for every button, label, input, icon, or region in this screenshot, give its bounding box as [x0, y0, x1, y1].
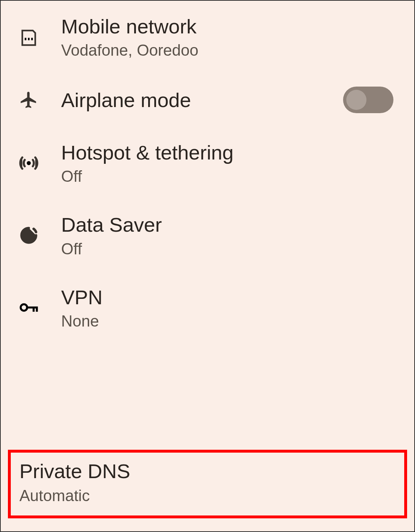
sim-card-icon	[18, 26, 40, 48]
network-settings-list: Mobile network Vodafone, Ooredoo Airplan…	[1, 1, 414, 344]
svg-rect-2	[31, 38, 33, 40]
hotspot-icon	[18, 152, 40, 174]
airplane-mode-toggle[interactable]	[343, 87, 393, 113]
hotspot-item[interactable]: Hotspot & tethering Off	[1, 127, 414, 199]
svg-rect-1	[28, 38, 30, 40]
hotspot-title: Hotspot & tethering	[61, 140, 397, 165]
data-saver-item[interactable]: Data Saver Off	[1, 199, 414, 271]
vpn-text: VPN None	[61, 285, 397, 330]
airplane-mode-title: Airplane mode	[61, 88, 343, 112]
airplane-mode-text: Airplane mode	[61, 88, 343, 112]
private-dns-text: Private DNS Automatic	[19, 459, 396, 505]
mobile-network-text: Mobile network Vodafone, Ooredoo	[61, 14, 397, 59]
data-saver-subtitle: Off	[61, 240, 397, 258]
airplane-mode-item[interactable]: Airplane mode	[1, 73, 414, 127]
data-saver-title: Data Saver	[61, 213, 397, 237]
mobile-network-title: Mobile network	[61, 14, 397, 38]
svg-point-3	[27, 161, 31, 165]
private-dns-item[interactable]: Private DNS Automatic	[8, 450, 407, 518]
hotspot-subtitle: Off	[61, 167, 397, 185]
data-saver-text: Data Saver Off	[61, 213, 397, 258]
vpn-item[interactable]: VPN None	[1, 272, 414, 344]
mobile-network-item[interactable]: Mobile network Vodafone, Ooredoo	[1, 1, 414, 73]
hotspot-text: Hotspot & tethering Off	[61, 140, 397, 185]
private-dns-subtitle: Automatic	[19, 487, 396, 505]
vpn-title: VPN	[61, 285, 397, 309]
vpn-subtitle: None	[61, 312, 397, 330]
toggle-knob	[346, 90, 366, 110]
svg-rect-0	[25, 38, 27, 40]
mobile-network-subtitle: Vodafone, Ooredoo	[61, 41, 397, 59]
data-saver-icon	[18, 225, 40, 246]
vpn-key-icon	[18, 297, 40, 318]
airplane-icon	[18, 89, 40, 111]
private-dns-title: Private DNS	[19, 459, 396, 483]
